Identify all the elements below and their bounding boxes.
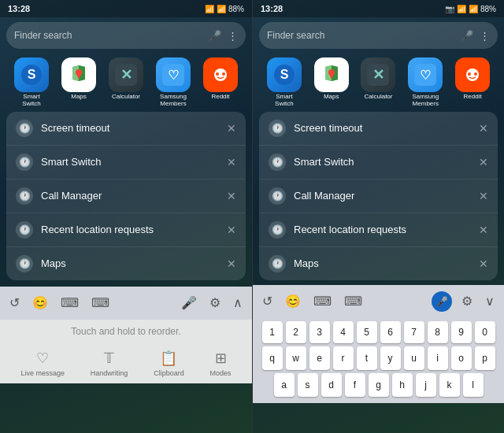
key-s[interactable]: s: [298, 373, 318, 397]
key-y[interactable]: y: [380, 346, 401, 370]
recent-item-smart-switch-left[interactable]: 🕐 Smart Switch ✕: [6, 146, 246, 179]
calculator-icon-right: ✕: [361, 57, 395, 92]
app-maps-right[interactable]: Maps: [314, 57, 349, 108]
emoji-btn-left[interactable]: 😊: [29, 294, 51, 312]
key-e[interactable]: e: [309, 346, 330, 370]
settings-btn-left[interactable]: ⚙: [206, 294, 224, 312]
key-f[interactable]: f: [345, 373, 365, 397]
recent-label-5-left: Maps: [41, 257, 219, 269]
modes-btn[interactable]: ⊞ Modes: [210, 350, 232, 377]
bottom-hint-left: Touch and hold to reorder.: [0, 320, 252, 343]
close-icon-4-right[interactable]: ✕: [479, 224, 488, 236]
recent-item-location-right[interactable]: 🕐 Recent location requests ✕: [259, 213, 498, 247]
app-label-maps-left: Maps: [71, 94, 87, 101]
key-4[interactable]: 4: [333, 321, 354, 343]
clock-icon-4-right: 🕐: [269, 221, 286, 239]
samsung-icon-right: ♡: [408, 57, 443, 92]
search-bar-right[interactable]: Finder search 🎤 ⋮: [259, 22, 498, 49]
close-icon-2-right[interactable]: ✕: [479, 156, 488, 168]
key-r[interactable]: r: [333, 346, 354, 370]
close-icon-3-left[interactable]: ✕: [227, 190, 236, 202]
key-9[interactable]: 9: [451, 321, 472, 343]
clock-icon-5-left: 🕐: [16, 255, 33, 272]
key-i[interactable]: i: [428, 346, 448, 370]
live-message-label: Live message: [20, 369, 65, 377]
recent-item-smart-switch-right[interactable]: 🕐 Smart Switch ✕: [259, 146, 498, 179]
search-bar-left[interactable]: Finder search 🎤 ⋮: [6, 22, 246, 49]
svg-text:S: S: [280, 68, 289, 81]
clipboard-btn[interactable]: 📋 Clipboard: [154, 350, 184, 377]
close-icon-5-left[interactable]: ✕: [227, 257, 236, 270]
recent-item-screen-timeout-left[interactable]: 🕐 Screen timeout ✕: [6, 112, 246, 146]
handwriting-btn[interactable]: 𝕋 Handwriting: [91, 350, 128, 377]
app-calculator-right[interactable]: ✕ Calculator: [361, 57, 395, 108]
refresh-btn-left[interactable]: ↺: [6, 294, 23, 312]
keyboard-btn1-left[interactable]: ⌨: [57, 294, 82, 312]
refresh-btn-right[interactable]: ↺: [259, 292, 276, 310]
app-samsung-left[interactable]: ♡ Samsung Members: [156, 57, 191, 108]
key-1[interactable]: 1: [262, 321, 283, 343]
key-l[interactable]: l: [463, 373, 484, 397]
app-samsung-right[interactable]: ♡ Samsung Members: [408, 57, 443, 108]
close-icon-5-right[interactable]: ✕: [479, 257, 488, 270]
recent-item-call-manager-right[interactable]: 🕐 Call Manager ✕: [259, 179, 498, 213]
more-icon-left[interactable]: ⋮: [228, 30, 238, 42]
app-reddit-right[interactable]: Reddit: [455, 57, 490, 108]
key-8[interactable]: 8: [428, 321, 448, 343]
key-0[interactable]: 0: [475, 321, 495, 343]
live-message-btn[interactable]: ♡ Live message: [20, 350, 65, 377]
key-q[interactable]: q: [262, 346, 283, 370]
recent-item-call-manager-left[interactable]: 🕐 Call Manager ✕: [6, 179, 246, 213]
app-smart-switch-right[interactable]: S Smart Switch: [267, 57, 302, 108]
close-icon-1-right[interactable]: ✕: [479, 122, 488, 135]
app-row-left: S Smart Switch Maps ✕ Calculator ♡ Samsu…: [0, 54, 252, 112]
key-w[interactable]: w: [286, 346, 306, 370]
key-7[interactable]: 7: [404, 321, 424, 343]
more-icon-right[interactable]: ⋮: [480, 30, 490, 42]
key-j[interactable]: j: [416, 373, 436, 397]
key-p[interactable]: p: [475, 346, 495, 370]
recent-item-screen-timeout-right[interactable]: 🕐 Screen timeout ✕: [259, 112, 498, 146]
app-maps-left[interactable]: Maps: [61, 57, 96, 108]
key-k[interactable]: k: [439, 373, 460, 397]
close-icon-3-right[interactable]: ✕: [479, 190, 488, 202]
app-smart-switch-left[interactable]: S Smart Switch: [14, 57, 49, 108]
close-icon-2-left[interactable]: ✕: [227, 156, 236, 168]
key-u[interactable]: u: [404, 346, 424, 370]
clipboard-icon: 📋: [160, 350, 177, 367]
close-icon-4-left[interactable]: ✕: [227, 224, 236, 236]
mic-icon-left[interactable]: 🎤: [209, 30, 221, 42]
maps-icon-left: [61, 57, 96, 92]
emoji-btn-right[interactable]: 😊: [282, 292, 304, 310]
key-3[interactable]: 3: [309, 321, 330, 343]
key-d[interactable]: d: [321, 373, 342, 397]
recent-item-location-left[interactable]: 🕐 Recent location requests ✕: [6, 213, 246, 247]
recent-item-maps-left[interactable]: 🕐 Maps ✕: [6, 247, 246, 280]
mic-btn-right[interactable]: 🎤: [432, 291, 452, 312]
right-panel: 13:28 📷 📶 📶 88% Finder search 🎤 ⋮ S Smar…: [252, 0, 504, 433]
app-reddit-left[interactable]: Reddit: [203, 57, 238, 108]
keyboard-btn2-left[interactable]: ⌨: [88, 294, 113, 312]
settings-btn-right[interactable]: ⚙: [458, 292, 476, 310]
mic-btn-left[interactable]: 🎤: [178, 294, 200, 312]
modes-label: Modes: [210, 369, 232, 377]
keyboard-btn1-right[interactable]: ⌨: [310, 292, 335, 310]
recent-item-maps-right[interactable]: 🕐 Maps ✕: [259, 247, 498, 280]
key-6[interactable]: 6: [380, 321, 401, 343]
smart-switch-icon-right: S: [267, 57, 302, 92]
key-5[interactable]: 5: [357, 321, 377, 343]
app-label-samsung-left: Samsung Members: [156, 94, 191, 108]
key-o[interactable]: o: [451, 346, 472, 370]
expand-btn-left[interactable]: ∧: [230, 294, 246, 312]
close-icon-1-left[interactable]: ✕: [227, 122, 236, 135]
app-calculator-left[interactable]: ✕ Calculator: [109, 57, 143, 108]
key-h[interactable]: h: [392, 373, 413, 397]
mic-icon-right[interactable]: 🎤: [461, 30, 473, 42]
keyboard-btn2-right[interactable]: ⌨: [341, 292, 365, 310]
key-a[interactable]: a: [274, 373, 295, 397]
key-t[interactable]: t: [357, 346, 377, 370]
key-2[interactable]: 2: [286, 321, 306, 343]
recent-label-2-right: Smart Switch: [294, 156, 471, 168]
collapse-btn-right[interactable]: ∨: [482, 292, 498, 310]
key-g[interactable]: g: [369, 373, 389, 397]
